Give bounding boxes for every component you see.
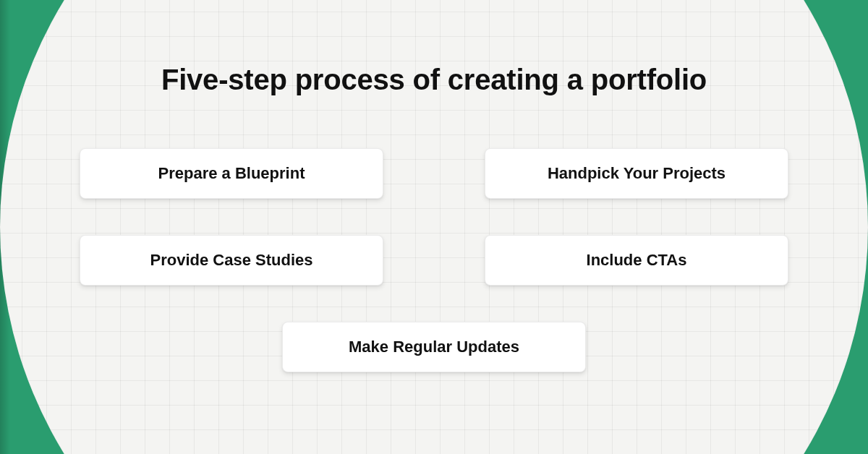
step-card-4: Include CTAs	[485, 235, 788, 286]
step-card-2: Handpick Your Projects	[485, 148, 788, 199]
step-card-3: Provide Case Studies	[80, 235, 383, 286]
step-card-1: Prepare a Blueprint	[80, 148, 383, 199]
diagram-content: Five-step process of creating a portfoli…	[0, 0, 868, 454]
steps-grid: Prepare a Blueprint Handpick Your Projec…	[80, 148, 788, 372]
step-card-5: Make Regular Updates	[282, 322, 586, 372]
steps-row-2: Provide Case Studies Include CTAs	[80, 235, 788, 286]
step-label: Make Regular Updates	[349, 338, 519, 356]
steps-row-1: Prepare a Blueprint Handpick Your Projec…	[80, 148, 788, 199]
step-label: Include CTAs	[587, 251, 687, 270]
step-label: Handpick Your Projects	[548, 164, 726, 183]
step-label: Provide Case Studies	[150, 251, 313, 270]
diagram-title: Five-step process of creating a portfoli…	[161, 64, 707, 96]
steps-row-3: Make Regular Updates	[282, 322, 586, 372]
step-label: Prepare a Blueprint	[158, 164, 305, 183]
